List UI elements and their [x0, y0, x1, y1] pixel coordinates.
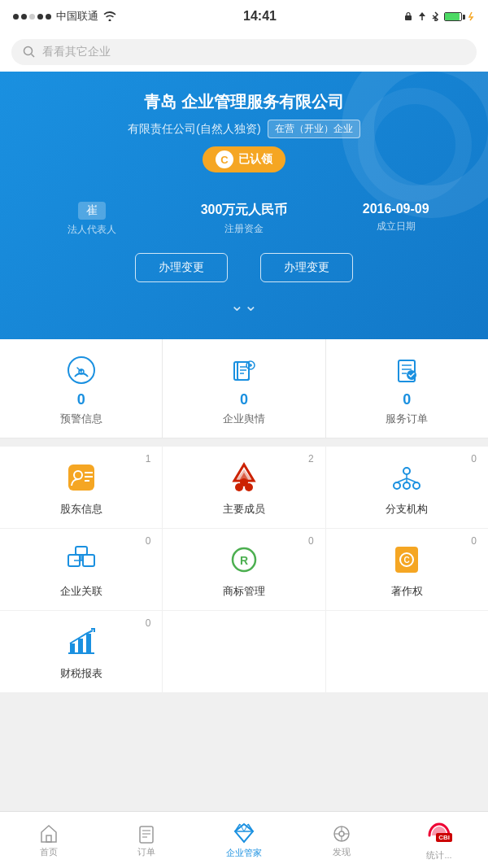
- warning-label: 预警信息: [7, 412, 155, 426]
- warning-count: 0: [7, 391, 155, 408]
- stat-item-warning[interactable]: 0 预警信息: [0, 339, 163, 438]
- certified-label: 已认领: [238, 152, 272, 167]
- svg-text:R: R: [240, 554, 248, 567]
- svg-rect-53: [46, 835, 51, 842]
- change-button-2[interactable]: 办理变更: [260, 253, 353, 282]
- change-button-1[interactable]: 办理变更: [135, 253, 228, 282]
- tab-cbi[interactable]: CBI 统计...: [390, 814, 488, 866]
- search-icon: [23, 46, 36, 59]
- news-label: 企业舆情: [169, 412, 318, 426]
- shareholder-icon: [7, 458, 155, 497]
- status-bar: 中国联通 14:41: [0, 0, 488, 33]
- status-left: 中国联通: [13, 9, 116, 24]
- svg-point-6: [80, 369, 82, 372]
- trademark-icon: R: [169, 540, 318, 579]
- search-inner[interactable]: 看看其它企业: [11, 39, 477, 65]
- svg-point-34: [403, 482, 410, 489]
- trademark-label: 商标管理: [169, 584, 318, 599]
- tab-discover-label: 发现: [333, 846, 351, 858]
- svg-line-2: [32, 55, 35, 58]
- chevron-down-icon[interactable]: ⌄⌄: [16, 295, 472, 315]
- trademark-count: 0: [308, 535, 314, 547]
- svg-point-1: [24, 47, 33, 55]
- copyright-count: 0: [471, 535, 477, 547]
- grid-empty-1: [163, 611, 325, 692]
- grid-shareholder[interactable]: 1 股东信息: [0, 447, 163, 528]
- svg-rect-39: [83, 555, 94, 566]
- hero-section: 青岛 企业管理服务有限公司 有限责任公司(自然人独资) 在营（开业）企业 C 已…: [0, 72, 488, 339]
- news-count: 0: [169, 391, 318, 408]
- grid-copyright[interactable]: 0 C 著作权: [326, 529, 488, 610]
- grid-member[interactable]: 2 主要成员: [163, 447, 325, 528]
- legal-person-value: 崔: [78, 202, 106, 220]
- discover-icon: [332, 822, 351, 843]
- svg-rect-8: [237, 362, 249, 380]
- grid-row-3: 0 财税报表: [0, 611, 488, 693]
- grid-branch[interactable]: 0 分支机构: [326, 447, 488, 528]
- branch-icon: [333, 458, 481, 497]
- capital-label: 注册资金: [168, 222, 320, 236]
- certified-icon: C: [216, 150, 233, 168]
- svg-point-30: [240, 478, 248, 486]
- tab-enterprise[interactable]: 企业管家: [195, 816, 293, 863]
- svg-point-33: [413, 482, 420, 489]
- arrow-icon: [418, 11, 426, 21]
- grid-row-1: 1 股东信息 2: [0, 447, 488, 529]
- certified-badge[interactable]: C 已认领: [203, 146, 285, 172]
- shareholder-label: 股东信息: [7, 502, 155, 517]
- lock-icon: [403, 11, 413, 21]
- tab-discover[interactable]: 发现: [293, 817, 390, 862]
- gauge-icon: [7, 354, 155, 386]
- legal-person-label: 法人代表人: [16, 223, 168, 237]
- bluetooth-icon: [431, 11, 439, 21]
- hero-buttons: 办理变更 办理变更: [16, 253, 472, 282]
- tab-home[interactable]: 首页: [0, 817, 98, 862]
- capital-value: 300万元人民币: [168, 202, 320, 219]
- grid-enterprise[interactable]: 0 企业关联: [0, 529, 163, 610]
- grid-finance[interactable]: 0 财税报表: [0, 611, 163, 692]
- tab-order-label: 订单: [137, 846, 155, 858]
- tab-cbi-label: 统计...: [426, 849, 451, 861]
- svg-rect-54: [140, 827, 153, 843]
- copyright-label: 著作权: [333, 584, 481, 599]
- tab-order[interactable]: 订单: [98, 817, 195, 862]
- finance-label: 财税报表: [7, 666, 155, 681]
- stat-item-order[interactable]: 0 服务订单: [326, 339, 488, 438]
- finance-count: 0: [146, 617, 151, 629]
- battery-icon: [444, 12, 462, 21]
- svg-text:C: C: [404, 556, 410, 565]
- svg-line-36: [397, 478, 407, 482]
- home-icon: [39, 822, 59, 843]
- svg-point-65: [339, 831, 344, 836]
- grid-trademark[interactable]: 0 R 商标管理: [163, 529, 325, 610]
- member-label: 主要成员: [169, 502, 318, 517]
- diamond-icon: [233, 821, 255, 844]
- signal-dots: [13, 14, 51, 20]
- cbi-icon: CBI: [426, 819, 452, 847]
- search-bar: 看看其它企业: [0, 33, 488, 72]
- shareholder-count: 1: [146, 453, 151, 465]
- member-icon: [169, 458, 318, 497]
- tab-enterprise-label: 企业管家: [226, 847, 262, 859]
- copyright-icon: C: [333, 540, 481, 579]
- stat-item-news[interactable]: 0 企业舆情: [163, 339, 325, 438]
- search-placeholder: 看看其它企业: [42, 45, 111, 59]
- news-icon: [169, 354, 318, 386]
- tab-bar: 首页 订单 企业管家: [0, 811, 488, 868]
- enterprise-label: 企业关联: [7, 584, 155, 599]
- status-right: [403, 11, 475, 21]
- order-tab-icon: [137, 822, 156, 843]
- tab-home-label: 首页: [40, 846, 58, 858]
- company-type: 有限责任公司(自然人独资): [128, 122, 260, 137]
- order-label: 服务订单: [333, 412, 481, 426]
- legal-person-item: 崔 法人代表人: [16, 202, 168, 237]
- svg-rect-51: [78, 639, 83, 653]
- svg-point-32: [394, 482, 400, 489]
- grid-row-2: 0 企业关联 0: [0, 529, 488, 611]
- svg-point-31: [403, 468, 410, 474]
- branch-label: 分支机构: [333, 502, 481, 517]
- enterprise-icon: [7, 540, 155, 579]
- svg-rect-0: [405, 15, 412, 20]
- charging-icon: [467, 11, 475, 21]
- order-icon: [333, 354, 481, 386]
